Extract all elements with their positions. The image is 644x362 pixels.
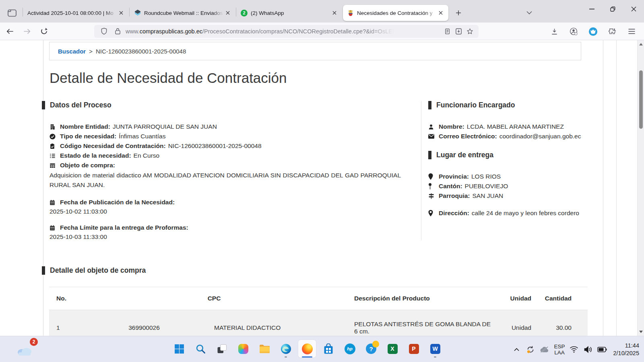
firefox-view-button[interactable]: [4, 6, 20, 20]
firefox-icon: [302, 343, 313, 354]
section-heading: Datos del Proceso: [50, 101, 111, 109]
powerpoint-icon: P: [409, 344, 419, 354]
save-page-icon[interactable]: [453, 26, 464, 37]
tab-separator: [23, 8, 23, 16]
taskbar-clock[interactable]: 11:44 2/10/2025: [613, 342, 639, 357]
menu-hamburger-icon[interactable]: [625, 25, 638, 38]
tab-actividad[interactable]: Actividad 2025-10-01 08:00:00 | Mo: [23, 5, 129, 21]
cell-descripcion: PELOTAS ANTIESTRÉS DE GOMA BLANDA DE 6 c…: [354, 310, 494, 336]
list-all-tabs-chevron-icon[interactable]: [522, 6, 536, 19]
cell-cantidad: 30.00: [535, 310, 588, 336]
field-tipo-necesidad: Tipo de necesidad: Ínfimas Cuantías: [50, 132, 408, 141]
task-view-button[interactable]: [213, 340, 231, 358]
field-direccion: Dirección: calle 24 de mayo y leon febre…: [428, 208, 594, 218]
powerpoint-button[interactable]: P: [405, 340, 423, 358]
tab-roundcube[interactable]: Roundcube Webmail :: Enviados: [130, 5, 235, 21]
minimize-button[interactable]: [581, 0, 602, 18]
get-help-button[interactable]: ?: [362, 340, 380, 358]
section-marker: [42, 266, 45, 275]
tab-title: Actividad 2025-10-01 08:00:00 | Mo: [27, 10, 117, 16]
firefox-button[interactable]: [298, 340, 316, 358]
person-icon: [428, 124, 439, 130]
edge-button[interactable]: [277, 340, 295, 358]
reload-button[interactable]: [37, 25, 51, 38]
close-window-button[interactable]: [623, 0, 644, 18]
content-divider: [603, 40, 603, 336]
copilot-icon: [238, 344, 248, 354]
hp-button[interactable]: hp: [341, 340, 359, 358]
restore-button[interactable]: [602, 0, 623, 18]
close-icon[interactable]: [117, 8, 126, 17]
wifi-icon[interactable]: [569, 341, 579, 358]
firefox-relay-icon[interactable]: [586, 25, 600, 38]
check-circle-icon: [50, 134, 60, 140]
table-icon: [50, 162, 60, 169]
close-icon[interactable]: [330, 8, 339, 17]
vertical-scrollbar[interactable]: [637, 40, 644, 336]
page-container: Buscador > NIC-1260023860001-2025-00048 …: [43, 40, 617, 336]
fecha-limite-value: 2025-10-03 11:33:00: [50, 233, 408, 241]
close-icon[interactable]: [223, 8, 232, 17]
calendar-icon: [50, 225, 60, 231]
clock-date: 2/10/2025: [613, 350, 639, 357]
copilot-button[interactable]: [234, 340, 252, 358]
bookmark-star-icon[interactable]: [464, 26, 475, 37]
system-tray: ESPLAA 11:44 2/10/2025: [512, 336, 639, 362]
start-button[interactable]: [170, 340, 188, 358]
tab-title: Roundcube Webmail :: Enviados: [144, 10, 223, 16]
cell-no: 1: [49, 310, 74, 336]
section-heading: Lugar de entrega: [436, 151, 493, 159]
microsoft-store-button[interactable]: [320, 340, 337, 358]
language-indicator[interactable]: ESPLAA: [554, 343, 565, 356]
signpost-icon: [428, 193, 439, 199]
detalle-objeto-section: Detalle del objeto de compra No. CPC Des…: [43, 266, 616, 336]
account-icon[interactable]: [567, 25, 580, 38]
close-icon[interactable]: [436, 8, 445, 17]
scrollbar-thumb[interactable]: [639, 70, 643, 129]
hidden-icons-chevron[interactable]: [512, 341, 521, 358]
window-controls: [581, 0, 644, 18]
taskbar-center-icons: hp ? X P W: [170, 340, 444, 358]
scroll-up-arrow[interactable]: [638, 41, 644, 47]
whatsapp-badge-icon: 2: [241, 10, 248, 16]
shield-icon[interactable]: [98, 26, 109, 37]
field-objeto-compra: Objeto de compra:: [50, 160, 408, 170]
address-bar[interactable]: www.compraspublicas.gob.ec/ProcesoContra…: [94, 25, 479, 38]
tab-whatsapp[interactable]: 2 (2) WhatsApp: [237, 5, 342, 21]
url-text: www.compraspublicas.gob.ec/ProcesoContra…: [126, 28, 442, 35]
onedrive-paused-icon[interactable]: [540, 341, 549, 358]
downloads-icon[interactable]: [547, 25, 561, 38]
cell-unidad: Unidad: [494, 310, 535, 336]
volume-icon[interactable]: [583, 341, 593, 358]
word-button[interactable]: W: [426, 340, 444, 358]
tab-separator: [129, 8, 130, 16]
breadcrumb-link-buscador[interactable]: Buscador: [58, 48, 86, 55]
tab-necesidades-active[interactable]: Necesidades de Contratación y: [343, 5, 448, 21]
back-button[interactable]: [3, 25, 17, 38]
notification-dot: [372, 341, 379, 348]
new-tab-button[interactable]: [452, 6, 465, 19]
browser-tab-bar: Actividad 2025-10-01 08:00:00 | Mo Round…: [0, 0, 644, 23]
excel-icon: X: [388, 344, 398, 354]
battery-icon[interactable]: [597, 341, 607, 358]
file-explorer-button[interactable]: [256, 340, 273, 358]
scroll-down-arrow[interactable]: [638, 329, 644, 335]
excel-button[interactable]: X: [384, 340, 401, 358]
browser-toolbar: www.compraspublicas.gob.ec/ProcesoContra…: [0, 23, 644, 40]
sync-status-icon[interactable]: [526, 341, 535, 358]
roundcube-icon: [134, 10, 141, 16]
lock-icon[interactable]: [112, 26, 123, 37]
section-heading: Detalle del objeto de compra: [50, 266, 146, 275]
widgets-weather-button[interactable]: 2: [16, 339, 35, 359]
table-row: 1 369900026 MATERIAL DIDACTICO PELOTAS A…: [49, 310, 588, 336]
table-header-row: No. CPC Descripción del Producto Unidad …: [49, 287, 588, 310]
toolbar-right-icons: [547, 25, 638, 38]
reader-view-icon[interactable]: [442, 26, 453, 37]
envelope-icon: [428, 134, 439, 139]
search-button[interactable]: [192, 340, 209, 358]
extensions-puzzle-icon[interactable]: [605, 25, 619, 38]
breadcrumb-separator: >: [89, 48, 93, 55]
forward-button[interactable]: [20, 25, 34, 38]
field-funcionario-nombre: Nombre: LCDA. MABEL ARANA MARTINEZ: [428, 122, 594, 132]
tab-separator: [236, 8, 236, 16]
